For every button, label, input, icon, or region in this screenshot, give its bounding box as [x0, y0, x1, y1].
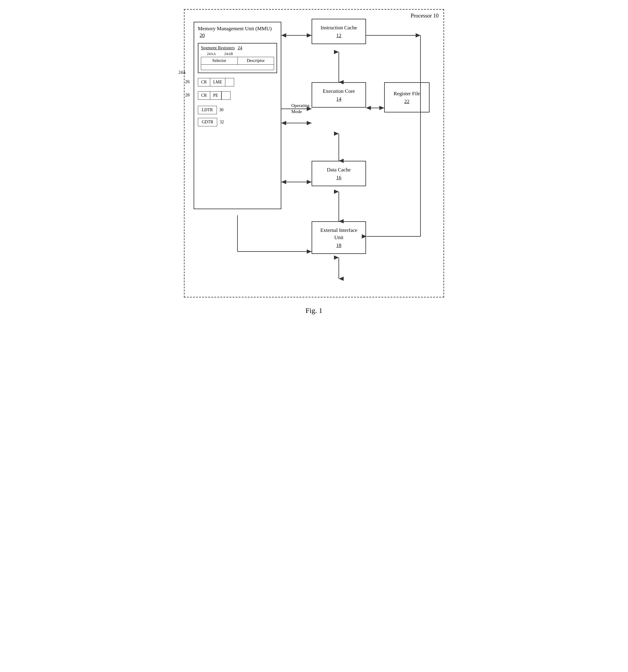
ldtr-inner: LDTR: [198, 106, 217, 114]
mmu-title: Memory Management Unit (MMU) 20: [198, 25, 277, 39]
mmu-inner-box: Memory Management Unit (MMU) 20 Segment …: [193, 22, 281, 209]
diagram: Memory Management Unit (MMU) 20 Segment …: [191, 16, 439, 288]
descriptor-cell: Descriptor: [237, 57, 274, 65]
label-26: 26: [185, 79, 190, 85]
execution-core-block: Execution Core 14: [311, 82, 366, 107]
gdtr-number: 32: [219, 120, 224, 124]
seg-sub-labels: 24AA 24AB: [207, 52, 274, 56]
fig-caption: Fig. 1: [305, 307, 323, 315]
pe-extra: [222, 91, 231, 100]
register-file-number: 22: [389, 99, 425, 104]
seg-empty-row: [201, 65, 274, 70]
cr-lme-container: 26 CR LME: [198, 78, 277, 87]
cr-lme-cr: CR: [198, 78, 210, 87]
instruction-cache-title: Instruction Cache: [318, 24, 359, 31]
external-interface-title: External Interface Unit: [318, 227, 359, 241]
label-28: 28: [185, 93, 190, 98]
lme-cell: LME: [210, 78, 225, 87]
execution-core-number: 14: [318, 96, 359, 102]
page-container: Processor 10 Memory Management Unit (MMU…: [178, 9, 450, 315]
register-file-block: Register File 22: [384, 82, 429, 113]
ldtr-box: LDTR 30: [198, 106, 277, 114]
lme-extra: [225, 78, 234, 87]
external-interface-block: External Interface Unit 18: [311, 221, 366, 254]
data-cache-title: Data Cache: [318, 166, 359, 173]
register-file-title: Register File: [389, 90, 425, 97]
seg-reg-title: Segment Registers 24: [201, 45, 274, 50]
gdtr-inner: GDTR: [198, 118, 217, 126]
label-24a: 24A: [179, 70, 186, 75]
selector-descriptor-row: Selector Descriptor: [201, 57, 274, 65]
cr-lme-box: CR LME: [198, 78, 277, 87]
processor-box: Processor 10 Memory Management Unit (MMU…: [184, 9, 444, 297]
data-cache-block: Data Cache 16: [311, 161, 366, 186]
external-interface-number: 18: [318, 242, 359, 248]
mmu-block: Memory Management Unit (MMU) 20 Segment …: [193, 22, 281, 209]
data-cache-number: 16: [318, 175, 359, 181]
instruction-cache-block: Instruction Cache 12: [311, 19, 366, 44]
cr-pe-cr: CR: [198, 91, 210, 100]
ldtr-number: 30: [219, 107, 224, 113]
seg-reg-box: Segment Registers 24 24AA 24AB Selector …: [198, 43, 277, 73]
execution-core-title: Execution Core: [318, 88, 359, 95]
gdtr-box: GDTR 32: [198, 118, 277, 126]
instruction-cache-number: 12: [318, 33, 359, 39]
selector-cell: Selector: [201, 57, 237, 65]
cr-pe-box: CR PE: [198, 91, 277, 100]
pe-cell: PE: [210, 91, 222, 100]
cr-pe-container: 28 CR PE: [198, 91, 277, 100]
